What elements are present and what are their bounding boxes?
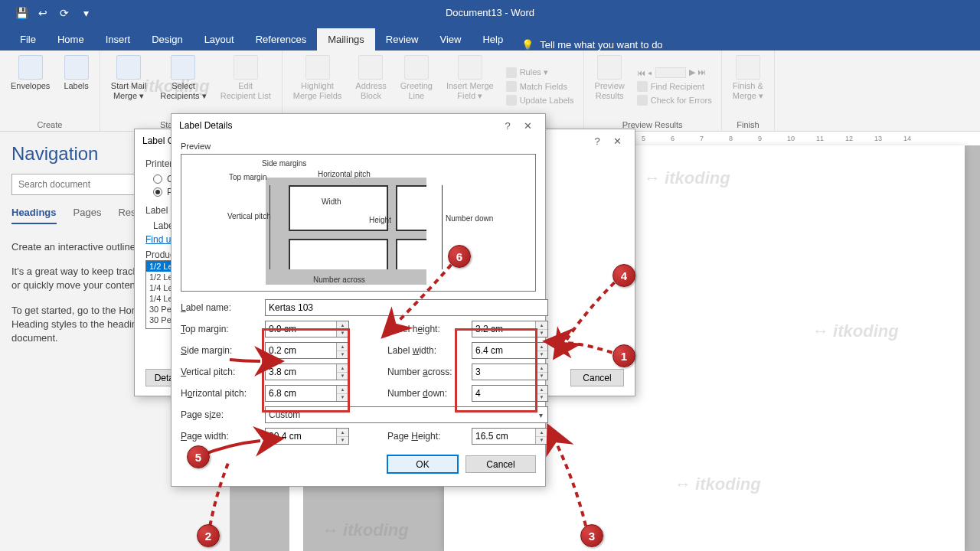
group-label: Create — [6, 119, 93, 131]
match-icon — [506, 81, 517, 92]
tab-help[interactable]: Help — [472, 28, 514, 51]
dialog-title-text: Label Details — [179, 120, 232, 131]
tab-design[interactable]: Design — [141, 28, 193, 51]
cancel-button[interactable]: Cancel — [466, 455, 536, 473]
group-label: Finish — [728, 119, 768, 131]
tab-layout[interactable]: Layout — [194, 28, 245, 51]
spinner[interactable]: ▲▼ — [535, 429, 547, 444]
help-button[interactable]: ? — [587, 135, 607, 147]
diag-height: Height — [369, 216, 391, 224]
spinner[interactable]: ▲▼ — [535, 364, 547, 380]
diag-top-margin: Top margin — [229, 173, 266, 181]
cancel-button[interactable]: Cancel — [570, 369, 624, 386]
labels-button[interactable]: Labels — [59, 54, 93, 119]
qat-more-icon[interactable]: ▾ — [80, 7, 92, 19]
envelope-icon — [18, 55, 43, 80]
diag-width: Width — [322, 197, 341, 206]
close-icon[interactable]: ✕ — [607, 135, 627, 147]
label-form: LLabel name:abel name: Top margin: ▲▼ La… — [181, 299, 536, 445]
edit-recipient-list-button[interactable]: Edit Recipient List — [216, 54, 276, 119]
number-across-input[interactable] — [472, 364, 535, 380]
quick-access-toolbar: 💾 ↩ ⟳ ▾ — [0, 7, 92, 19]
number-down-input[interactable] — [472, 386, 535, 401]
diag-h-pitch: Horizontal pitch — [318, 170, 371, 178]
tab-mailings[interactable]: Mailings — [317, 28, 375, 51]
tab-review[interactable]: Review — [375, 28, 430, 51]
labels-icon — [64, 55, 89, 80]
match-fields-button[interactable]: Match Fields — [503, 80, 577, 93]
tab-file[interactable]: File — [9, 28, 47, 51]
top-margin-input[interactable] — [266, 321, 336, 337]
label-name-input[interactable] — [266, 300, 547, 315]
insert-merge-field-button[interactable]: Insert Merge Field ▾ — [442, 54, 498, 119]
tell-me-text: Tell me what you want to do — [540, 39, 662, 51]
document-title: Document13 - Word — [446, 7, 534, 18]
nav-tab-headings[interactable]: Headings — [11, 207, 57, 224]
preview-results-button[interactable]: Preview Results — [590, 54, 629, 119]
page-height-input[interactable] — [472, 429, 535, 444]
annotation-badge-2: 2 — [197, 524, 220, 547]
record-nav[interactable]: ⏮ ◀ ▶ ⏭ — [634, 67, 715, 79]
horizontal-pitch-input[interactable] — [266, 386, 336, 401]
check-icon — [637, 95, 648, 106]
label-preview-diagram: Side margins Top margin Horizontal pitch… — [181, 154, 536, 292]
redo-icon[interactable]: ⟳ — [58, 7, 70, 19]
group-preview: Preview Results ⏮ ◀ ▶ ⏭ Find Recipient C… — [584, 51, 722, 131]
close-icon[interactable]: ✕ — [518, 120, 537, 132]
label-height-label: Label height: — [387, 324, 464, 334]
page-size-select[interactable]: Custom — [265, 406, 548, 423]
annotation-badge-3: 3 — [580, 524, 603, 547]
spinner[interactable]: ▲▼ — [336, 321, 348, 337]
tab-insert[interactable]: Insert — [95, 28, 142, 51]
address-block-button[interactable]: Address Block — [351, 54, 390, 119]
update-labels-button[interactable]: Update Labels — [503, 94, 577, 106]
check-errors-button[interactable]: Check for Errors — [634, 94, 715, 106]
rules-button[interactable]: Rules ▾ — [503, 67, 577, 79]
spinner[interactable]: ▲▼ — [336, 429, 348, 444]
greeting-line-button[interactable]: Greeting Line — [396, 54, 437, 119]
tab-references[interactable]: References — [245, 28, 317, 51]
rules-icon — [506, 67, 517, 78]
envelopes-button[interactable]: Envelopes — [6, 54, 54, 119]
finish-icon — [736, 55, 760, 80]
tell-me[interactable]: 💡 Tell me what you want to do — [521, 39, 662, 51]
field-icon — [458, 55, 482, 80]
select-recipients-button[interactable]: Select Recipients ▾ — [155, 54, 211, 119]
finish-merge-button[interactable]: Finish & Merge ▾ — [728, 54, 768, 119]
spinner[interactable]: ▲▼ — [336, 386, 348, 401]
number-across-label: Number across: — [387, 367, 464, 377]
undo-icon[interactable]: ↩ — [37, 7, 49, 19]
label-width-input[interactable] — [472, 343, 535, 358]
spinner[interactable]: ▲▼ — [336, 343, 348, 358]
find-recipient-button[interactable]: Find Recipient — [634, 80, 715, 93]
nav-tab-pages[interactable]: Pages — [74, 207, 102, 224]
label-height-input[interactable] — [472, 321, 535, 337]
number-down-label: Number down: — [387, 388, 464, 399]
spinner[interactable]: ▲▼ — [535, 321, 547, 337]
help-button[interactable]: ? — [498, 120, 518, 132]
diag-num-across: Number across — [313, 276, 365, 284]
highlight-icon — [305, 55, 330, 80]
side-margin-input[interactable] — [266, 343, 336, 358]
vertical-pitch-label: Vertical pitch: — [181, 367, 257, 377]
spinner[interactable]: ▲▼ — [535, 386, 547, 401]
highlight-fields-button[interactable]: Highlight Merge Fields — [289, 54, 347, 119]
save-icon[interactable]: 💾 — [15, 7, 28, 19]
tab-view[interactable]: View — [429, 28, 472, 51]
page-height-label: Page Height: — [387, 431, 464, 442]
start-mail-merge-button[interactable]: Start Mail Merge ▾ — [106, 54, 151, 119]
horizontal-pitch-label: Horizontal pitch: — [181, 388, 257, 399]
lightbulb-icon: 💡 — [521, 39, 534, 51]
spinner[interactable]: ▲▼ — [336, 364, 348, 380]
spinner[interactable]: ▲▼ — [535, 343, 547, 358]
ribbon-tabs: File Home Insert Design Layout Reference… — [0, 25, 980, 51]
edit-list-icon — [234, 55, 258, 80]
annotation-badge-6: 6 — [448, 245, 471, 268]
ok-button[interactable]: OK — [387, 455, 458, 473]
label-name-label: LLabel name:abel name: — [181, 302, 257, 313]
group-finish: Finish & Merge ▾ Finish — [722, 51, 775, 131]
vertical-pitch-input[interactable] — [266, 364, 336, 380]
tab-home[interactable]: Home — [47, 28, 95, 51]
top-margin-label: Top margin: — [181, 324, 257, 334]
page-width-input[interactable] — [266, 429, 336, 444]
